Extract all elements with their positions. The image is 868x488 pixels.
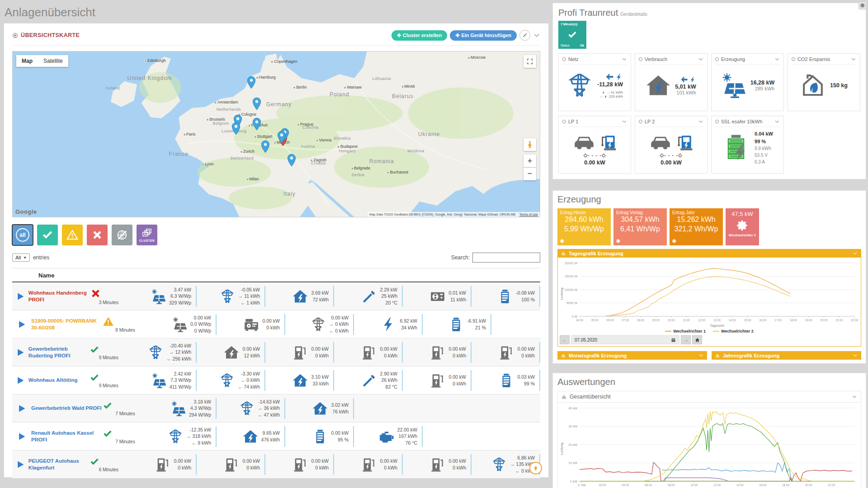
svg-text:21:00: 21:00 [835, 319, 843, 322]
home-date-button[interactable] [692, 335, 702, 344]
plant-status: 7 Minutes [103, 401, 148, 416]
pylon-icon [311, 317, 326, 332]
kpi-card-header[interactable]: SSL esafer 10kWh [715, 119, 780, 127]
filter-all-button[interactable]: all [12, 225, 33, 245]
tagesgrafik-header[interactable]: Tagesgrafik Erzeugung [557, 249, 861, 258]
plant-name-link[interactable]: Wohnhaus Altötting [28, 377, 90, 384]
pump-icon [430, 345, 445, 360]
next-day-button[interactable]: → [681, 335, 691, 344]
pump-icon [292, 345, 308, 360]
status-minutes: 3 Minutes [90, 300, 128, 305]
play-button[interactable] [12, 292, 28, 301]
device-status-tile[interactable]: 7 Minute(n) StatusOk [558, 21, 586, 49]
play-button[interactable] [12, 460, 28, 469]
table-row[interactable]: Wohnhaus Altötting9 Minutes2.42 kW7.3 W/… [12, 366, 540, 394]
device-values: 3.18 kW4.3 W/Wp294 W/Wp [189, 399, 211, 418]
inverter-tile[interactable]: 47,5 kWWechselrichter 2 [726, 208, 759, 245]
jahresgrafik-header[interactable]: Jahresgrafik Erzeugung [712, 351, 861, 360]
plant-name-link[interactable]: Gewerbebetrieb Ruderting PROFI [28, 346, 90, 359]
prev-day-button[interactable]: ← [560, 335, 570, 344]
entries-label: entries [33, 254, 49, 261]
svg-text:06:00: 06:00 [607, 319, 614, 322]
filter-ok-button[interactable] [37, 225, 58, 245]
map-pin-blue[interactable] [247, 76, 256, 89]
edit-button[interactable] [519, 30, 530, 41]
play-button[interactable] [12, 348, 28, 357]
kpi-card-header[interactable]: LP 2 [639, 119, 703, 127]
play-button[interactable] [12, 320, 31, 329]
settings-gear-button[interactable] [859, 1, 867, 9]
google-logo: Google [15, 208, 37, 215]
play-button[interactable] [12, 404, 31, 413]
plant-name-link[interactable]: Gewerbebetrieb Wald PROFI [31, 405, 103, 412]
kpi-card-header[interactable]: CO2 Ersparnis [792, 56, 856, 65]
map-pin-blue[interactable] [287, 154, 296, 167]
monatsgrafik-header[interactable]: Monatsgrafik Erzeugung [557, 351, 707, 360]
pump-icon [499, 345, 514, 360]
plant-name-link[interactable]: Wohnhaus Handenberg PROFI [28, 290, 90, 303]
device-values: 0.00 kW0 kWh [262, 318, 280, 330]
play-button[interactable] [12, 376, 28, 385]
bar-chart-icon [715, 353, 720, 358]
svg-text:19:00: 19:00 [805, 319, 812, 322]
date-field[interactable]: 07.05.2020 [571, 335, 679, 344]
add-device-button[interactable]: ✚Ein Gerät hinzufügen [450, 30, 517, 41]
plants-table: Name Wohnhaus Handenberg PROFI3 Minutes3… [12, 268, 540, 479]
svg-text:16:00: 16:00 [759, 319, 766, 322]
device-values: 0.00 kW0 kWh [380, 346, 397, 358]
search-input[interactable] [472, 253, 540, 263]
pylon-icon [168, 429, 183, 444]
device-values: 3.10 kW33 kWh [311, 374, 329, 386]
collapse-card-chevron-icon[interactable] [533, 32, 540, 39]
plant-status: 7 Minutes [103, 429, 148, 444]
legend-item[interactable]: Wechselrichter 2 [713, 329, 754, 333]
map-zoom-in-button[interactable]: + [524, 155, 536, 167]
pylon-icon [219, 373, 235, 388]
legend-item[interactable]: Wechselrichter 1 [665, 329, 706, 333]
map-type-satellite-button[interactable]: Satellite [38, 55, 68, 67]
table-row[interactable]: Gewerbebetrieb Wald PROFI7 Minutes3.18 k… [12, 394, 540, 422]
table-row[interactable]: Wohnhaus Handenberg PROFI3 Minutes3.47 k… [12, 282, 540, 310]
ertrag-tile[interactable]: Ertrag Heute284,60 kWh5,99 Wh/Wp [557, 208, 611, 245]
check-icon [90, 373, 128, 383]
device-cell-genset: 0.00 kW0 kWh [217, 314, 285, 335]
map-pin-blue[interactable] [252, 117, 261, 131]
device-cell-engine: 22.00 kW167 kWh76 °C [354, 426, 423, 447]
solar-icon [721, 73, 746, 98]
plant-status: 8 Minutes [103, 316, 148, 333]
battery-green-icon [722, 134, 750, 162]
filter-error-button[interactable] [87, 225, 108, 245]
gesamtuebersicht-header[interactable]: Gesamtübersicht [557, 391, 861, 403]
map-type-map-button[interactable]: Map [16, 55, 38, 67]
solar-icon [170, 401, 186, 416]
plant-name-link[interactable]: S1909-00005: POWRBANK 30-60/208 [31, 318, 103, 331]
plant-name-link[interactable]: PEUGEOT Autohaus Klagenfurt [28, 458, 90, 471]
map-pin-blue[interactable] [260, 140, 270, 153]
filter-offline-button[interactable] [112, 225, 132, 245]
kpi-card-header[interactable]: Verbrauch [639, 56, 703, 65]
filter-warning-button[interactable] [62, 225, 83, 245]
map-pin-blue[interactable] [231, 122, 241, 135]
kpi-card-header[interactable]: Erzeugung [715, 56, 780, 65]
map-terms-link[interactable]: Terms of Use [519, 213, 538, 216]
table-row[interactable]: PEUGEOT Autohaus Klagenfurt6 Minutes0.00… [12, 450, 540, 479]
plant-name-link[interactable]: Renault Autohaus Kassel PROFI [31, 430, 103, 443]
map-fullscreen-button[interactable] [524, 55, 536, 68]
scroll-top-button[interactable] [529, 462, 542, 474]
play-button[interactable] [12, 432, 31, 441]
ertrag-tile[interactable]: Ertrag Jahr15.262 kWh321,2 Wh/Wp [670, 208, 723, 245]
map-zoom-out-button[interactable]: − [524, 168, 536, 180]
map-pin-blue[interactable] [277, 131, 286, 144]
ertrag-tile[interactable]: Ertrag Vortag304,57 kWh6,41 Wh/Wp [613, 208, 667, 245]
filter-cluster-button[interactable]: CLUSTER [137, 225, 157, 245]
kpi-card-header[interactable]: Netz [562, 56, 627, 65]
table-row[interactable]: Gewerbebetrieb Ruderting PROFI9 Minutes-… [12, 338, 540, 366]
entries-select[interactable]: All▼ [12, 253, 30, 262]
create-cluster-button[interactable]: ✚Cluster erstellen [392, 30, 447, 41]
overview-map[interactable]: United KingdomIrelandFranceGermanyPoland… [12, 51, 540, 217]
kpi-card-header[interactable]: LP 1 [562, 119, 627, 127]
map-pin-blue[interactable] [252, 97, 261, 110]
map-pegman-button[interactable] [524, 138, 536, 151]
table-row[interactable]: Renault Autohaus Kassel PROFI7 Minutes-1… [12, 422, 540, 450]
table-row[interactable]: S1909-00005: POWRBANK 30-60/2088 Minutes… [12, 310, 540, 338]
